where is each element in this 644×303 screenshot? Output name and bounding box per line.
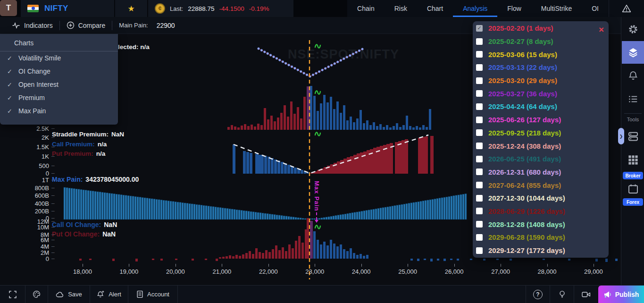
charts-menu-item-oi-change[interactable]: ✓OI Change bbox=[0, 65, 118, 78]
price-change-percent: -0.19% bbox=[249, 5, 269, 12]
tab-chart[interactable]: Chart bbox=[417, 0, 453, 17]
expiry-checkbox[interactable]: ✓ bbox=[476, 25, 483, 32]
expiry-option[interactable]: 2025-06-26 (127 days) bbox=[473, 113, 609, 126]
tab-flow[interactable]: Flow bbox=[497, 0, 531, 17]
expiry-label: 2026-12-31 (680 days) bbox=[488, 168, 561, 176]
app-logo[interactable]: T bbox=[0, 0, 17, 16]
expiry-checkbox[interactable] bbox=[476, 64, 483, 71]
favorite-button[interactable]: ★ bbox=[115, 0, 147, 17]
calendar-button[interactable] bbox=[621, 183, 644, 194]
x-axis-tick bbox=[222, 264, 222, 267]
expiry-checkbox[interactable] bbox=[476, 51, 483, 58]
expiry-option[interactable]: 2029-06-28 (1590 days) bbox=[473, 231, 609, 244]
expiry-option[interactable]: 2025-03-13 (22 days) bbox=[473, 61, 609, 74]
alert-button[interactable]: Alert bbox=[90, 286, 128, 303]
publish-button[interactable]: Publish bbox=[598, 286, 644, 303]
apps-grid-button[interactable] bbox=[621, 155, 644, 165]
expiry-option[interactable]: 2028-12-28 (1408 days) bbox=[473, 218, 609, 231]
expiry-option[interactable]: 2027-12-30 (1044 days) bbox=[473, 192, 609, 205]
charts-menu-item-max-pain[interactable]: ✓Max Pain bbox=[0, 104, 118, 118]
y-axis-label: 800B– bbox=[16, 184, 55, 192]
list-icon bbox=[628, 94, 638, 104]
charts-menu-item-open-interest[interactable]: ✓Open Interest bbox=[0, 78, 118, 91]
tab-oi[interactable]: OI bbox=[582, 0, 609, 17]
x-axis-tick bbox=[268, 264, 269, 267]
layers-button-active[interactable] bbox=[622, 41, 644, 64]
tab-chain[interactable]: Chain bbox=[347, 0, 385, 17]
expiry-option[interactable]: 2025-03-06 (15 days) bbox=[473, 48, 609, 61]
x-axis-label: 28,000 bbox=[538, 268, 557, 275]
x-axis-label: 29,000 bbox=[584, 268, 603, 275]
expiry-checkbox[interactable] bbox=[476, 103, 483, 110]
expiry-option[interactable]: 2025-03-20 (29 days) bbox=[473, 74, 609, 87]
expiry-option[interactable]: 2025-12-24 (308 days) bbox=[473, 139, 609, 152]
x-axis-tick bbox=[594, 264, 594, 267]
alerts-button[interactable] bbox=[609, 0, 644, 17]
settings-button[interactable] bbox=[621, 24, 644, 34]
expiry-checkbox[interactable] bbox=[476, 77, 483, 84]
charts-menu-item-premium[interactable]: ✓Premium bbox=[0, 91, 118, 104]
tab-risk[interactable]: Risk bbox=[385, 0, 417, 17]
expiry-checkbox[interactable] bbox=[476, 117, 483, 123]
server-tool-button[interactable] bbox=[621, 131, 644, 142]
expiry-option[interactable]: 2026-06-25 (491 days) bbox=[473, 152, 609, 166]
fullscreen-button[interactable] bbox=[0, 286, 25, 303]
india-flag-icon bbox=[27, 5, 39, 12]
indicators-button[interactable]: Indicators bbox=[12, 22, 53, 29]
expiry-checkbox[interactable] bbox=[476, 143, 483, 149]
watchlist-button[interactable] bbox=[621, 94, 644, 104]
ideas-button[interactable] bbox=[550, 286, 574, 303]
expiry-checkbox[interactable] bbox=[476, 182, 483, 188]
last-label: Last: bbox=[170, 5, 183, 12]
y-axis-label: 1K– bbox=[16, 152, 55, 160]
gear-icon bbox=[628, 24, 638, 34]
symbol-cell[interactable]: NIFTY bbox=[21, 0, 114, 17]
expiry-option[interactable]: 2025-09-25 (218 days) bbox=[473, 126, 609, 140]
account-button[interactable]: Account bbox=[128, 286, 178, 303]
notifications-button[interactable] bbox=[621, 70, 644, 81]
forex-badge[interactable]: Forex bbox=[623, 198, 643, 206]
expiry-option[interactable]: 2025-04-24 (64 days) bbox=[473, 100, 609, 113]
charts-menu-item-volatility-smile[interactable]: ✓Volatility Smile bbox=[0, 51, 118, 65]
expiry-checkbox[interactable] bbox=[476, 129, 483, 136]
x-axis-label: 27,000 bbox=[491, 268, 510, 275]
save-button[interactable]: Save bbox=[48, 286, 90, 303]
expiry-label: 2025-09-25 (218 days) bbox=[488, 129, 561, 137]
bottom-bar: Save Alert Account ? bbox=[0, 285, 644, 303]
clipboard-icon bbox=[136, 290, 143, 298]
last-price: 22888.75 bbox=[188, 5, 214, 12]
series-wave-icon bbox=[315, 225, 320, 228]
expiry-option[interactable]: 2026-12-31 (680 days) bbox=[473, 166, 609, 179]
charts-menu-item-label: OI Change bbox=[18, 67, 50, 75]
help-button[interactable]: ? bbox=[526, 286, 550, 303]
tab-multistrike[interactable]: MultiStrike bbox=[531, 0, 582, 17]
compare-button[interactable]: Compare bbox=[67, 21, 106, 29]
panel-collapse-handle[interactable]: ❯ bbox=[618, 128, 624, 144]
broker-badge[interactable]: Broker bbox=[623, 172, 643, 179]
expiry-option[interactable]: 2025-02-27 (8 days) bbox=[473, 35, 609, 48]
expiry-label: 2029-06-28 (1590 days) bbox=[488, 233, 565, 241]
charts-menu-item-label: Open Interest bbox=[18, 81, 59, 88]
expiry-checkbox[interactable] bbox=[476, 195, 483, 202]
main-pain-value: 22900 bbox=[157, 22, 175, 29]
expiry-checkbox[interactable] bbox=[476, 247, 483, 254]
y-axis-label: 1.5K– bbox=[16, 143, 55, 151]
expiry-label: 2025-03-27 (36 days) bbox=[488, 90, 557, 98]
expiry-checkbox[interactable] bbox=[476, 208, 483, 214]
expiry-option[interactable]: ✓2025-02-20 (1 days) bbox=[473, 22, 609, 35]
expiry-option[interactable]: 2025-03-27 (36 days) bbox=[473, 87, 609, 100]
expiry-option[interactable]: 2029-12-27 (1772 days) bbox=[473, 244, 609, 257]
expiry-checkbox[interactable] bbox=[476, 38, 483, 45]
tab-analysis[interactable]: Analysis bbox=[453, 0, 497, 17]
close-icon[interactable]: × bbox=[599, 25, 604, 34]
expiry-option[interactable]: 2027-06-24 (855 days) bbox=[473, 178, 609, 192]
y-axis-label: 10M– bbox=[16, 223, 55, 231]
expiry-checkbox[interactable] bbox=[476, 221, 483, 227]
expiry-checkbox[interactable] bbox=[476, 156, 483, 162]
expiry-checkbox[interactable] bbox=[476, 90, 483, 97]
video-button[interactable] bbox=[574, 286, 598, 303]
expiry-checkbox[interactable] bbox=[476, 234, 483, 241]
expiry-option[interactable]: 2028-06-29 (1226 days) bbox=[473, 205, 609, 218]
theme-button[interactable] bbox=[25, 286, 48, 303]
expiry-checkbox[interactable] bbox=[476, 168, 483, 175]
